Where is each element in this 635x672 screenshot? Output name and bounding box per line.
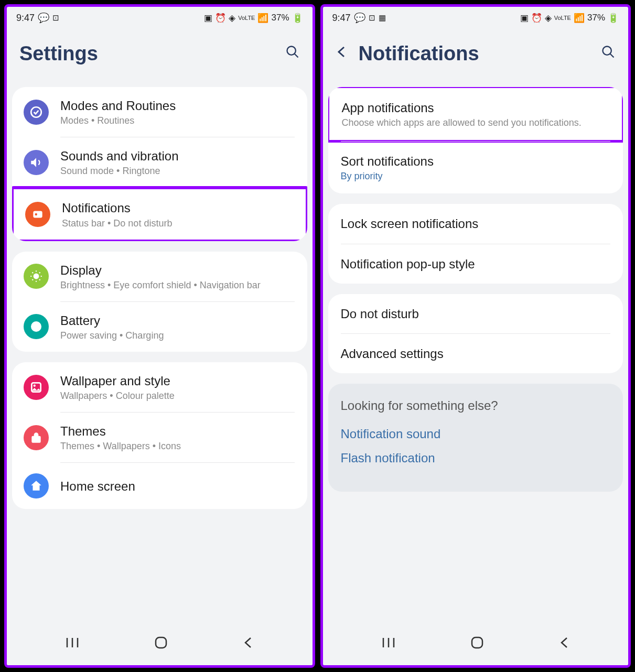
notif-icon xyxy=(25,202,50,227)
svg-point-5 xyxy=(34,274,39,279)
row-title: Battery xyxy=(60,312,296,329)
wallpaper-icon xyxy=(24,375,49,400)
row-subtitle: Brightness • Eye comfort shield • Naviga… xyxy=(60,280,296,291)
back-button[interactable] xyxy=(242,636,254,651)
settings-row-home-screen[interactable]: Home screen xyxy=(12,463,307,509)
alarm-icon: ⏰ xyxy=(215,13,226,24)
settings-header: Settings xyxy=(7,27,313,87)
home-icon xyxy=(24,473,49,498)
row-subtitle: Themes • Wallpapers • Icons xyxy=(60,441,296,452)
svg-line-23 xyxy=(610,54,614,58)
settings-row-display[interactable]: DisplayBrightness • Eye comfort shield •… xyxy=(12,252,307,301)
navigation-bar xyxy=(323,626,629,665)
notif-row-do-not-disturb[interactable]: Do not disturb xyxy=(328,294,623,333)
row-title: Display xyxy=(60,262,296,278)
svg-rect-3 xyxy=(33,211,42,218)
row-title: Do not disturb xyxy=(341,306,611,322)
status-time: 9:47 xyxy=(332,13,351,24)
chat-icon: 💬 xyxy=(354,12,365,24)
svg-line-12 xyxy=(32,279,33,280)
instagram-icon: ⊡ xyxy=(369,13,375,23)
svg-point-17 xyxy=(34,384,36,386)
signal-icon: 📶 xyxy=(574,13,585,24)
svg-point-4 xyxy=(35,213,37,215)
themes-icon xyxy=(24,425,49,450)
settings-row-sounds-and-vibration[interactable]: Sounds and vibrationSound mode • Rington… xyxy=(12,137,307,187)
status-bar: 9:47 💬 ⊡ ▣ ⏰ ◈ VoLTE 📶 37% 🔋 xyxy=(7,7,313,27)
footer-link-notification-sound[interactable]: Notification sound xyxy=(341,427,611,441)
notif-row-lock-screen-notifications[interactable]: Lock screen notifications xyxy=(328,204,623,243)
row-title: Sounds and vibration xyxy=(60,148,296,164)
status-time: 9:47 xyxy=(16,13,35,24)
row-title: App notifications xyxy=(342,100,610,116)
row-title: Sort notifications xyxy=(341,153,611,169)
footer-link-flash-notification[interactable]: Flash notification xyxy=(341,451,611,465)
alarm-icon: ⏰ xyxy=(531,13,542,24)
page-title: Settings xyxy=(19,42,278,65)
row-title: Wallpaper and style xyxy=(60,373,296,389)
nfc-icon: ▣ xyxy=(520,13,529,24)
notif-group: App notificationsChoose which apps are a… xyxy=(328,87,623,193)
settings-list: Modes and RoutinesModes • RoutinesSounds… xyxy=(7,87,313,626)
notifications-header: Notifications xyxy=(323,27,629,87)
svg-point-0 xyxy=(287,47,295,55)
volte-icon: VoLTE xyxy=(554,15,571,21)
row-subtitle: Status bar • Do not disturb xyxy=(62,218,294,229)
notifications-list: App notificationsChoose which apps are a… xyxy=(323,87,629,626)
battery-icon: 🔋 xyxy=(292,13,303,24)
settings-group: DisplayBrightness • Eye comfort shield •… xyxy=(12,252,307,352)
home-button[interactable] xyxy=(154,636,168,652)
footer-title: Looking for something else? xyxy=(341,398,611,413)
phone-settings: 9:47 💬 ⊡ ▣ ⏰ ◈ VoLTE 📶 37% 🔋 Settings Mo… xyxy=(4,4,315,668)
row-subtitle: Choose which apps are allowed to send yo… xyxy=(342,117,610,128)
wifi-icon: ◈ xyxy=(545,13,552,24)
svg-rect-21 xyxy=(156,637,166,648)
battery-text: 37% xyxy=(271,13,289,23)
volte-icon: VoLTE xyxy=(238,15,255,21)
notif-group: Do not disturbAdvanced settings xyxy=(328,294,623,373)
notif-row-app-notifications[interactable]: App notificationsChoose which apps are a… xyxy=(329,88,622,140)
settings-group: Modes and RoutinesModes • RoutinesSounds… xyxy=(12,87,307,241)
row-title: Home screen xyxy=(60,478,296,494)
notif-group: Lock screen notificationsNotification po… xyxy=(328,204,623,283)
row-title: Lock screen notifications xyxy=(341,215,611,232)
notif-row-notification-pop-up-style[interactable]: Notification pop-up style xyxy=(328,244,623,284)
page-title: Notifications xyxy=(359,42,594,65)
navigation-bar xyxy=(7,626,313,665)
svg-rect-27 xyxy=(472,637,482,648)
settings-row-themes[interactable]: ThemesThemes • Wallpapers • Icons xyxy=(12,413,307,462)
svg-line-11 xyxy=(39,279,40,280)
notif-row-sort-notifications[interactable]: Sort notificationsBy priority xyxy=(328,142,623,193)
settings-row-battery[interactable]: BatteryPower saving • Charging xyxy=(12,302,307,352)
row-title: Advanced settings xyxy=(341,345,611,362)
phone-notifications: 9:47 💬 ⊡ ▦ ▣ ⏰ ◈ VoLTE 📶 37% 🔋 Notificat… xyxy=(320,4,631,668)
battery-icon: 🔋 xyxy=(608,13,619,24)
settings-row-modes-and-routines[interactable]: Modes and RoutinesModes • Routines xyxy=(12,87,307,137)
sound-icon xyxy=(24,150,49,175)
instagram-icon: ⊡ xyxy=(52,13,59,23)
wifi-icon: ◈ xyxy=(229,13,235,24)
notif-row-advanced-settings[interactable]: Advanced settings xyxy=(328,334,623,373)
signal-icon: 📶 xyxy=(257,13,268,24)
row-title: Modes and Routines xyxy=(60,97,296,114)
recents-button[interactable] xyxy=(65,637,80,651)
svg-line-13 xyxy=(39,273,40,274)
row-subtitle: Wallpapers • Colour palette xyxy=(60,391,296,402)
battery-text: 37% xyxy=(587,13,605,23)
recents-button[interactable] xyxy=(381,637,396,651)
svg-point-22 xyxy=(603,47,611,55)
nfc-icon: ▣ xyxy=(204,13,212,24)
settings-row-wallpaper-and-style[interactable]: Wallpaper and styleWallpapers • Colour p… xyxy=(12,362,307,412)
search-icon[interactable] xyxy=(601,45,616,63)
row-subtitle: By priority xyxy=(341,171,611,182)
search-icon[interactable] xyxy=(285,45,300,63)
home-button[interactable] xyxy=(470,636,484,652)
row-subtitle: Sound mode • Ringtone xyxy=(60,166,296,177)
row-title: Notifications xyxy=(62,200,294,216)
settings-group: Wallpaper and styleWallpapers • Colour p… xyxy=(12,362,307,509)
row-subtitle: Modes • Routines xyxy=(60,115,296,126)
back-button[interactable] xyxy=(558,636,570,651)
back-icon[interactable] xyxy=(336,46,351,62)
row-subtitle: Power saving • Charging xyxy=(60,330,296,341)
settings-row-notifications[interactable]: NotificationsStatus bar • Do not disturb xyxy=(14,189,306,239)
